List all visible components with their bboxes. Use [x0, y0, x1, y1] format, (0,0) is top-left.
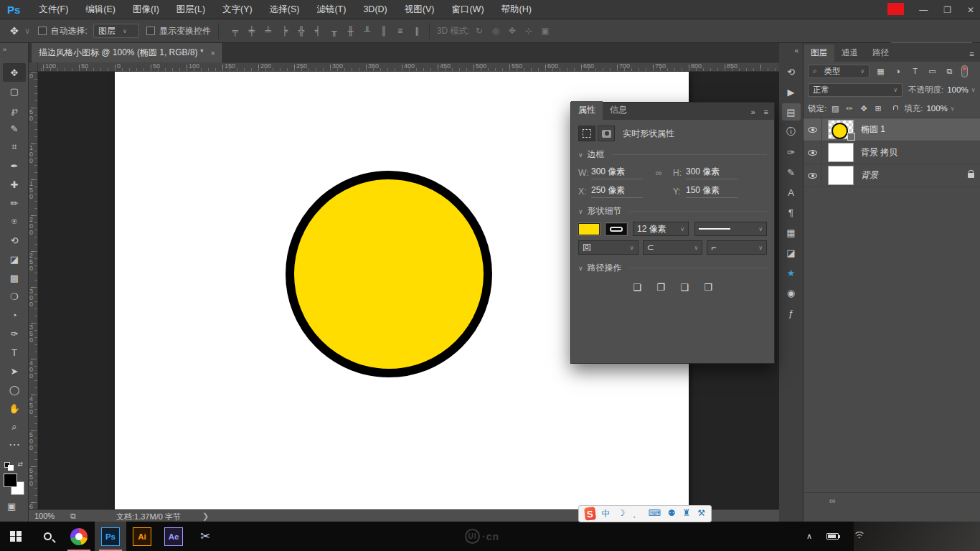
ime-icon[interactable]: ♜: [682, 508, 690, 520]
path-operation-button[interactable]: ❐: [651, 280, 670, 295]
properties-panel-icon[interactable]: ▤: [782, 103, 801, 121]
align-icon[interactable]: ∥: [412, 26, 422, 36]
menu-item[interactable]: 滤镜(T): [308, 0, 354, 19]
x-field[interactable]: 250 像素: [591, 184, 643, 198]
ime-icon[interactable]: ⌨: [648, 508, 660, 520]
visibility-toggle[interactable]: [804, 141, 822, 164]
fill-value[interactable]: 100%: [926, 104, 947, 113]
path-operation-button[interactable]: ❑: [675, 280, 694, 295]
menu-item[interactable]: 3D(D): [354, 0, 395, 19]
toolbar-collapse-icon[interactable]: »: [3, 46, 6, 53]
opacity-value[interactable]: 100%: [947, 85, 968, 94]
edit-toolbar-icon[interactable]: ⋯: [3, 438, 26, 452]
3d-mode-icon[interactable]: ↻: [474, 26, 484, 36]
favorites-panel-icon[interactable]: ★: [782, 264, 801, 281]
lock-icon[interactable]: ⊞: [872, 104, 884, 113]
3d-mode-icon[interactable]: ◎: [491, 26, 501, 36]
restore-button[interactable]: ❐: [943, 5, 951, 15]
filter-toggle[interactable]: [961, 65, 968, 77]
paragraph-panel-icon[interactable]: ¶: [782, 204, 801, 221]
stroke-option-dropdown[interactable]: ⊂ ∨: [643, 240, 703, 255]
stroke-option-dropdown[interactable]: 回 ∨: [578, 240, 639, 255]
taskbar-app-browser[interactable]: [63, 522, 95, 551]
clone-stamp-tool[interactable]: ⍟: [3, 212, 26, 231]
brush-panel-icon[interactable]: ✑: [782, 143, 801, 161]
3d-mode-icon[interactable]: ✥: [507, 26, 517, 36]
align-icon[interactable]: ≡: [395, 26, 405, 36]
auto-select-checkbox[interactable]: [38, 27, 47, 35]
align-icon[interactable]: ╨: [362, 26, 372, 36]
3d-mode-icon[interactable]: ▣: [540, 26, 550, 36]
show-transform-checkbox[interactable]: [146, 27, 155, 35]
path-selection-tool[interactable]: ➤: [3, 362, 26, 380]
filter-icon[interactable]: ▦: [875, 67, 887, 76]
quick-selection-tool[interactable]: ✎: [3, 119, 26, 138]
stroke-color-swatch[interactable]: [606, 223, 627, 235]
tab-channels[interactable]: 通道: [834, 44, 865, 62]
document-tab[interactable]: 描边风格小图标 @ 100% (椭圆 1, RGB/8) * ×: [32, 43, 223, 62]
search-button[interactable]: [32, 522, 63, 551]
stroke-option-dropdown[interactable]: ⌐ ∨: [707, 240, 767, 255]
live-shape-properties-button[interactable]: [578, 126, 595, 141]
lock-icon[interactable]: ▨: [829, 104, 841, 113]
filter-icon[interactable]: ▭: [926, 67, 938, 76]
filter-icon[interactable]: ◑: [892, 67, 904, 76]
3d-mode-icon[interactable]: ⊹: [524, 26, 534, 36]
lasso-tool[interactable]: ℘: [3, 100, 26, 119]
quick-mask-icon[interactable]: ▣: [7, 501, 16, 512]
zoom-tool[interactable]: ⌕: [3, 418, 26, 436]
layer-thumbnail[interactable]: [828, 166, 854, 185]
collapse-panel-icon[interactable]: »: [750, 108, 755, 116]
ime-icon[interactable]: ☽: [618, 508, 626, 520]
stroke-style-dropdown[interactable]: ∨: [694, 222, 767, 236]
visibility-toggle[interactable]: [804, 164, 822, 187]
share-icon[interactable]: ⧉: [70, 512, 76, 521]
link-layers-icon[interactable]: ∞: [829, 496, 836, 506]
minimize-button[interactable]: —: [919, 5, 928, 15]
ellipse-shape[interactable]: [286, 171, 492, 377]
width-field[interactable]: 300 像素: [591, 166, 643, 179]
ellipse-tool[interactable]: ◯: [3, 380, 26, 399]
layer-row-background[interactable]: 背景: [804, 164, 980, 187]
crop-tool[interactable]: ⌗: [3, 138, 26, 156]
start-button[interactable]: [0, 522, 32, 551]
status-chevron-icon[interactable]: ❯: [202, 512, 209, 521]
actions-panel-icon[interactable]: ▶: [782, 83, 801, 100]
blur-tool[interactable]: ❍: [3, 287, 26, 306]
align-icon[interactable]: ╫: [346, 26, 356, 36]
align-icon[interactable]: ╥: [329, 26, 339, 36]
ime-icon[interactable]: 、: [632, 508, 641, 520]
spot-healing-brush-tool[interactable]: ✚: [3, 175, 26, 194]
rectangular-marquee-tool[interactable]: ▢: [3, 82, 26, 100]
lock-icon[interactable]: ✥: [858, 104, 870, 113]
panel-menu-icon[interactable]: ≡: [963, 50, 980, 62]
type-tool[interactable]: T: [3, 343, 26, 362]
stroke-width-dropdown[interactable]: 12 像素 ∨: [633, 222, 689, 236]
tab-paths[interactable]: 路径: [865, 44, 896, 62]
path-operations-section-header[interactable]: ∨ 路径操作: [578, 262, 767, 274]
menu-item[interactable]: 帮助(H): [493, 0, 540, 19]
align-icon[interactable]: ╧: [263, 26, 273, 36]
eyedropper-tool[interactable]: ✒: [3, 156, 26, 175]
history-brush-tool[interactable]: ⟲: [3, 231, 26, 250]
pen-tool[interactable]: ✑: [3, 324, 26, 343]
align-icon[interactable]: ╞: [280, 26, 290, 36]
filter-icon[interactable]: T: [909, 67, 921, 76]
layer-row-ellipse[interactable]: 椭圆 1: [804, 118, 980, 141]
ime-icon[interactable]: ⚉: [668, 508, 676, 520]
align-icon[interactable]: ╬: [296, 26, 306, 36]
close-button[interactable]: ✕: [967, 5, 974, 15]
align-icon[interactable]: ║: [379, 26, 389, 36]
taskbar-app-photoshop[interactable]: Ps: [95, 522, 126, 551]
tab-properties[interactable]: 属性: [571, 101, 603, 120]
move-tool[interactable]: ✥: [3, 63, 26, 82]
eraser-tool[interactable]: ◪: [3, 250, 26, 268]
filter-type-dropdown[interactable]: ⌕ 类型 ∨: [808, 65, 870, 78]
menu-item[interactable]: 文字(Y): [214, 0, 261, 19]
align-icon[interactable]: ╪: [247, 26, 257, 36]
dock-collapse-icon[interactable]: «: [779, 43, 803, 60]
tab-info[interactable]: 信息: [603, 101, 634, 120]
align-icon[interactable]: ╡: [313, 26, 323, 36]
glyphs-panel-icon[interactable]: ƒ: [782, 304, 801, 321]
layer-row-background-copy[interactable]: 背景 拷贝: [804, 141, 980, 164]
